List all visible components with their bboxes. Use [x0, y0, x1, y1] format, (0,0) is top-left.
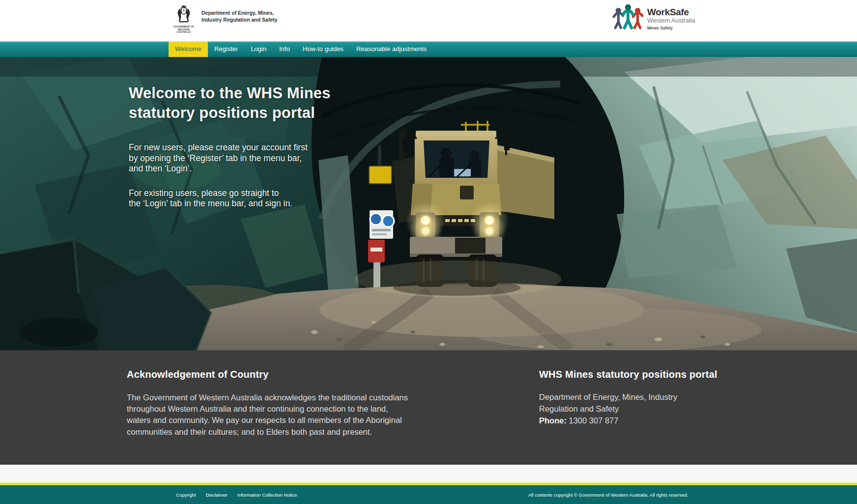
- acknowledgement-heading: Acknowledgement of Country: [127, 369, 461, 380]
- footer-links: Copyright Disclaimer Information Collect…: [176, 485, 297, 504]
- footer-link-disclaimer[interactable]: Disclaimer: [206, 492, 228, 498]
- portal-department-line2: Regulation and Safety: [539, 403, 750, 415]
- hero-section: Welcome to the WHS Mines statutory posit…: [0, 57, 857, 350]
- phone-number: 1300 307 877: [569, 416, 619, 425]
- tab-login[interactable]: Login: [244, 41, 273, 57]
- tab-register[interactable]: Register: [208, 41, 244, 57]
- footer-white-band: [0, 465, 857, 482]
- tab-how-to-guides[interactable]: How-to guides: [296, 41, 350, 57]
- worksafe-title: WorkSafe: [647, 7, 695, 17]
- worksafe-text: WorkSafe Western Australia Mines Safety: [647, 3, 695, 30]
- portal-info-heading: WHS Mines statutory positions portal: [539, 369, 750, 380]
- portal-contact-info: WHS Mines statutory positions portal Dep…: [539, 369, 750, 426]
- hero-heading: Welcome to the WHS Mines statutory posit…: [129, 84, 331, 123]
- phone-label: Phone:: [539, 416, 567, 425]
- main-nav: Welcome Register Login Info How-to guide…: [0, 41, 857, 57]
- footer-copyright-text: All contents copyright © Government of W…: [528, 485, 688, 504]
- hero-paragraph-new-users: For new users, please create your accoun…: [129, 142, 331, 174]
- acknowledgement-of-country: Acknowledgement of Country The Governmen…: [127, 369, 461, 438]
- wa-coat-of-arms-icon: [175, 4, 192, 23]
- worksafe-people-icon: [612, 3, 644, 30]
- worksafe-division: Mines Safety: [647, 26, 695, 30]
- acknowledgement-body: The Government of Western Australia ackn…: [127, 392, 461, 438]
- bottom-bar: Copyright Disclaimer Information Collect…: [0, 485, 857, 504]
- site-header: GOVERNMENT OF WESTERN AUSTRALIA Departme…: [0, 0, 857, 41]
- portal-department-line1: Department of Energy, Mines, Industry: [539, 391, 750, 403]
- whs-mines-portal-page: GOVERNMENT OF WESTERN AUSTRALIA Departme…: [0, 0, 857, 504]
- hero-heading-line2: statutory positions portal: [129, 104, 315, 121]
- footer-link-information-collection-notice[interactable]: Information Collection Notice: [237, 492, 297, 498]
- info-section: Acknowledgement of Country The Governmen…: [0, 350, 857, 465]
- crest-caption: GOVERNMENT OF WESTERN AUSTRALIA: [172, 26, 196, 34]
- tab-info[interactable]: Info: [273, 41, 296, 57]
- department-name: Department of Energy, Mines, Industry Re…: [201, 4, 278, 23]
- hero-heading-line1: Welcome to the WHS Mines: [129, 84, 331, 102]
- hero-copy: Welcome to the WHS Mines statutory posit…: [129, 84, 331, 209]
- portal-phone: Phone: 1300 307 877: [539, 415, 750, 426]
- tab-reasonable-adjustments[interactable]: Reasonable adjustments: [350, 41, 433, 57]
- footer-link-copyright[interactable]: Copyright: [176, 492, 196, 498]
- department-logo: GOVERNMENT OF WESTERN AUSTRALIA Departme…: [172, 4, 278, 34]
- worksafe-logo: WorkSafe Western Australia Mines Safety: [612, 3, 695, 30]
- hero-paragraph-existing-users: For existing users, please go straight t…: [129, 188, 331, 209]
- worksafe-region: Western Australia: [647, 17, 695, 25]
- wa-crest: GOVERNMENT OF WESTERN AUSTRALIA: [172, 4, 196, 34]
- tab-welcome[interactable]: Welcome: [169, 41, 208, 57]
